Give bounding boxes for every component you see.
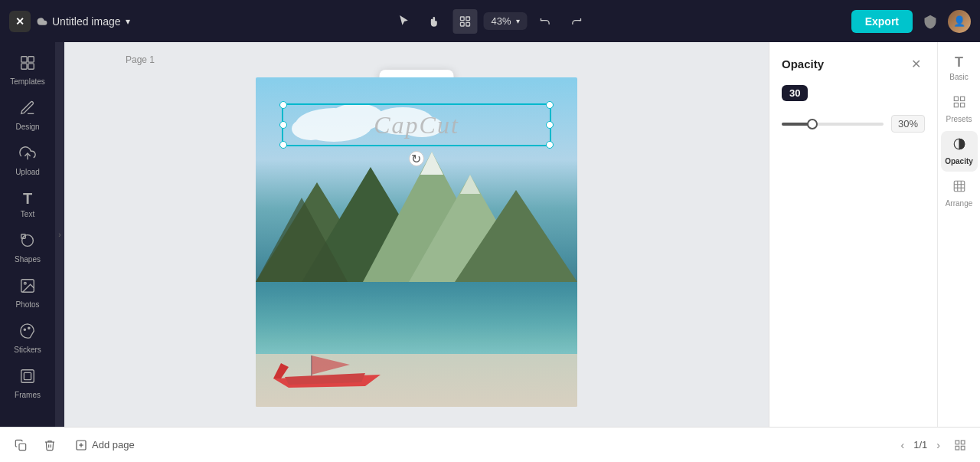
cursor-icon [397,15,410,28]
select-tool-button[interactable] [391,9,416,34]
svg-rect-55 [961,446,965,450]
photos-icon [19,277,36,298]
text-label: Text [21,210,34,218]
toolbar-right: Export 👤 [851,10,971,33]
handle-bottom-left[interactable] [279,141,287,149]
svg-point-12 [24,282,26,284]
frames-label: Frames [15,391,41,399]
handle-top-left[interactable] [279,101,287,109]
page-prev-button[interactable]: ‹ [898,436,908,454]
expand-icon [954,439,966,451]
opacity-percent-display: 30% [891,115,925,133]
svg-rect-53 [961,441,965,444]
arrange-label: Arrange [946,199,973,208]
sidebar-item-design[interactable]: Design [3,93,52,137]
text-icon: T [23,190,32,208]
opacity-panel: Opacity ✕ 30 30% [769,42,937,427]
panel-item-opacity[interactable]: Opacity [941,131,978,172]
svg-marker-36 [312,356,350,375]
app-logo: ✕ [9,11,31,32]
sidebar-item-frames[interactable]: Frames [3,362,52,405]
panel-item-arrange[interactable]: Arrange [941,173,978,214]
svg-rect-52 [956,441,959,444]
title-dropdown-icon[interactable]: ▾ [126,16,130,27]
sidebar-item-templates[interactable]: Templates [3,48,52,92]
stickers-label: Stickers [14,346,41,354]
svg-rect-16 [24,372,31,379]
svg-rect-48 [19,444,26,451]
user-avatar[interactable]: 👤 [948,10,971,33]
delete-page-button[interactable] [38,434,61,457]
sidebar-handle[interactable]: › [55,42,64,427]
shapes-icon [19,232,36,253]
svg-marker-31 [420,152,443,175]
design-label: Design [15,123,39,131]
stickers-icon [19,323,36,343]
canvas-wrapper: CapCut ↻ [256,77,577,407]
svg-rect-0 [460,17,464,21]
redo-icon [570,15,583,28]
svg-rect-5 [28,57,34,62]
opacity-header: Opacity ✕ [782,54,925,73]
rotate-handle[interactable]: ↻ [409,151,424,166]
toolbar-center-tools: 43% ▾ [391,9,588,34]
opacity-slider-track[interactable] [782,123,884,126]
hand-tool-button[interactable] [422,9,446,34]
sidebar-item-text[interactable]: T Text [3,184,52,224]
svg-rect-4 [21,57,27,62]
sidebar-item-photos[interactable]: Photos [3,271,52,315]
copy-icon [15,439,27,451]
sidebar-item-shapes[interactable]: Shapes [3,226,52,270]
panel-item-basic[interactable]: T Basic [941,48,978,87]
close-icon: ✕ [911,57,921,71]
copy-page-button[interactable] [9,434,32,457]
svg-point-14 [28,327,30,329]
canvas-area: Page 1 ··· [64,42,769,427]
svg-rect-41 [960,103,964,107]
add-page-button[interactable]: Add page [67,435,142,455]
basic-icon: T [955,54,963,70]
shapes-label: Shapes [15,255,41,264]
svg-rect-2 [460,22,464,26]
add-page-label: Add page [92,439,135,451]
zoom-level: 43% [491,15,511,27]
selected-text: CapCut [374,111,459,139]
toolbar: ✕ Untitled image ▾ 43% ▾ Export [0,0,980,42]
opacity-title: Opacity [782,57,824,70]
svg-rect-1 [466,17,470,21]
opacity-slider-thumb[interactable] [807,119,818,129]
svg-point-9 [22,235,34,247]
svg-rect-43 [954,181,965,192]
upload-icon [19,145,36,165]
svg-rect-6 [21,64,27,69]
opacity-close-button[interactable]: ✕ [906,54,925,73]
page-navigation: ‹ 1/1 › [898,436,943,454]
export-button[interactable]: Export [851,10,913,33]
text-selection-overlay[interactable]: CapCut ↻ [282,103,552,146]
page-counter: 1/1 [913,439,927,451]
title-area: Untitled image ▾ [37,15,130,28]
svg-rect-3 [466,22,470,26]
page-next-button[interactable]: › [933,436,943,454]
cloud-icon [37,16,47,27]
trash-icon [44,439,56,451]
opacity-panel-content: Opacity ✕ 30 30% [769,42,937,427]
logo-icon: ✕ [15,15,24,28]
panel-item-presets[interactable]: Presets [941,89,978,129]
zoom-control[interactable]: 43% ▾ [483,12,527,30]
handle-middle-left[interactable] [279,121,287,129]
undo-button[interactable] [534,9,558,34]
svg-marker-34 [273,363,289,378]
canvas-image: CapCut ↻ [256,77,577,407]
svg-rect-15 [21,370,34,383]
photos-label: Photos [15,300,39,309]
svg-rect-54 [956,446,959,450]
sidebar-item-stickers[interactable]: Stickers [3,316,52,360]
sidebar-item-upload[interactable]: Upload [3,139,52,182]
expand-pages-button[interactable] [949,434,971,456]
handle-middle-right[interactable] [546,121,554,129]
redo-button[interactable] [564,9,589,34]
opacity-value-badge: 30 [782,85,808,101]
svg-point-13 [24,329,25,330]
frame-tool-button[interactable] [452,9,477,34]
